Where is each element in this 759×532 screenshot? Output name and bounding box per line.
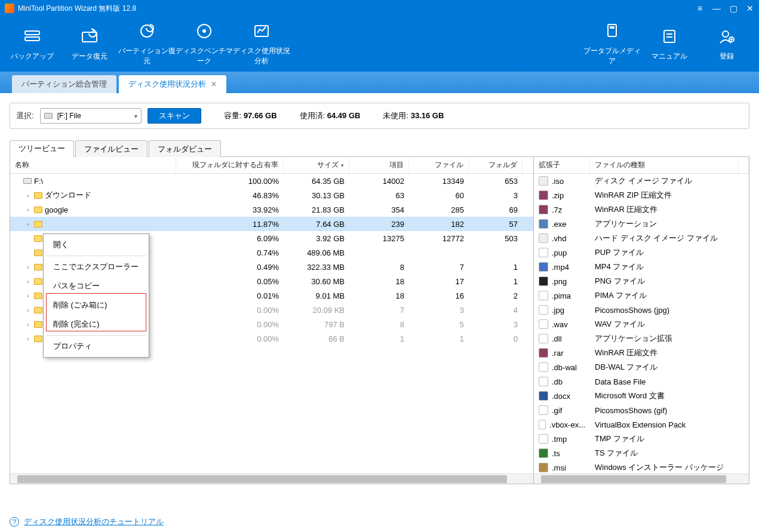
- drive-select[interactable]: [F:] File ▾: [40, 108, 142, 124]
- view-tab[interactable]: フォルダビュー: [149, 140, 221, 157]
- ext-row[interactable]: .mp4MP4 ファイル: [534, 260, 749, 274]
- ribbon-boot-button[interactable]: ブータブルメディア: [583, 19, 641, 69]
- context-menu-item[interactable]: 開く: [44, 235, 149, 254]
- context-menu-item[interactable]: 削除 (ごみ箱に): [44, 296, 149, 315]
- col-occupancy[interactable]: 現フォルダに対する占有率: [176, 157, 284, 173]
- context-menu-item[interactable]: 削除 (完全に): [44, 315, 149, 334]
- folder-icon: [34, 336, 42, 342]
- ext-row[interactable]: .zipWinRAR ZIP 圧縮文件: [534, 188, 749, 202]
- expand-chevron-icon[interactable]: ›: [24, 307, 32, 313]
- ribbon-recover-button[interactable]: データ復元: [61, 19, 118, 69]
- ext-type: WinRAR 圧縮文件: [590, 346, 749, 360]
- col-ext[interactable]: 拡張子: [534, 157, 590, 173]
- benchmark-icon: [195, 22, 213, 40]
- tab-close-icon[interactable]: ✕: [211, 80, 217, 88]
- ext-type: PicosmosShows (jpg): [590, 303, 749, 317]
- ext-row[interactable]: .pupPUP ファイル: [534, 245, 749, 260]
- tree-row[interactable]: ›11.87%7.64 GB23918257: [10, 217, 533, 231]
- main-tab[interactable]: パーティション総合管理: [12, 75, 116, 93]
- ext-row[interactable]: .msiWindows インストーラー パッケージ: [534, 460, 749, 473]
- ext-name: .db-wal: [552, 363, 577, 372]
- ext-hscroll[interactable]: [534, 473, 749, 484]
- menu-icon[interactable]: ≡: [696, 4, 704, 13]
- context-menu-item[interactable]: パスをコピー: [44, 276, 149, 296]
- ribbon-manual-button[interactable]: マニュアル: [641, 19, 698, 69]
- row-occupancy: 0.00%: [176, 303, 284, 317]
- row-size: 66 B: [284, 331, 349, 346]
- row-items: 14002: [349, 174, 409, 188]
- tutorial-link[interactable]: ディスク使用状況分析のチュートリアル: [24, 516, 164, 527]
- ext-name: .zip: [552, 191, 564, 200]
- manual-icon: [660, 27, 678, 45]
- maximize-button[interactable]: ▢: [729, 4, 738, 13]
- ext-row[interactable]: .pimaPIMA ファイル: [534, 288, 749, 303]
- row-size: 20.09 KB: [284, 303, 349, 317]
- col-items[interactable]: 項目: [349, 157, 409, 173]
- ext-row[interactable]: .7zWinRAR 圧縮文件: [534, 202, 749, 217]
- ext-row[interactable]: .vhdハード ディスク イメージ ファイル: [534, 231, 749, 245]
- expand-chevron-icon[interactable]: ›: [24, 336, 32, 342]
- ribbon-benchmark-button[interactable]: ディスクベンチマーク: [176, 19, 233, 69]
- ext-row[interactable]: .tmpTMP ファイル: [534, 432, 749, 446]
- tree-row[interactable]: ›ダウンロード46.83%30.13 GB63603: [10, 188, 533, 202]
- expand-chevron-icon[interactable]: ›: [24, 321, 32, 328]
- minimize-button[interactable]: —: [712, 4, 721, 13]
- ext-row[interactable]: .db-walDB-WAL ファイル: [534, 360, 749, 374]
- view-tab[interactable]: ツリービュー: [10, 140, 74, 157]
- ext-type: PUP ファイル: [590, 245, 749, 260]
- ext-row[interactable]: .vbox-ex...VirtualBox Extension Pack: [534, 417, 749, 432]
- ribbon-backup-button[interactable]: バックアップ: [4, 19, 61, 69]
- ext-name: .exe: [552, 220, 567, 229]
- ext-row[interactable]: .pngPNG ファイル: [534, 274, 749, 288]
- ext-name: .vbox-ex...: [549, 420, 585, 429]
- ext-row[interactable]: .wavWAV ファイル: [534, 317, 749, 331]
- expand-chevron-icon[interactable]: ›: [24, 207, 32, 213]
- ribbon-partition-recover-button[interactable]: パーティション復元: [118, 19, 176, 69]
- expand-chevron-icon[interactable]: ›: [24, 278, 32, 285]
- expand-chevron-icon[interactable]: ·: [24, 235, 32, 242]
- col-name[interactable]: 名称: [10, 157, 176, 173]
- tree-hscroll[interactable]: [10, 473, 533, 484]
- col-size[interactable]: サイズ▾: [284, 157, 349, 173]
- context-menu-item[interactable]: ここでエクスプローラー: [44, 257, 149, 276]
- view-tab[interactable]: ファイルビュー: [75, 140, 148, 157]
- ext-row[interactable]: .docxMicrosoft Word 文書: [534, 389, 749, 403]
- expand-chevron-icon[interactable]: ·: [14, 178, 21, 184]
- tree-row[interactable]: ›google33.92%21.83 GB35428569: [10, 202, 533, 217]
- expand-chevron-icon[interactable]: ›: [24, 293, 32, 299]
- ext-row[interactable]: .isoディスク イメージ ファイル: [534, 174, 749, 188]
- ext-row[interactable]: .dbData Base File: [534, 374, 749, 389]
- ext-row[interactable]: .exeアプリケーション: [534, 217, 749, 231]
- ext-name: .docx: [552, 392, 570, 401]
- main-tab[interactable]: ディスク使用状況分析✕: [119, 75, 226, 93]
- svg-rect-0: [25, 31, 39, 35]
- row-files: 7: [409, 260, 469, 274]
- expand-chevron-icon[interactable]: ›: [24, 264, 32, 270]
- expand-chevron-icon[interactable]: ›: [24, 192, 32, 199]
- ext-row[interactable]: .jpgPicosmosShows (jpg): [534, 303, 749, 317]
- ext-row[interactable]: .gifPicosmosShows (gif): [534, 403, 749, 417]
- ribbon-register-button[interactable]: 登録: [698, 19, 755, 69]
- context-menu-item[interactable]: プロパティ: [44, 337, 149, 356]
- close-button[interactable]: ✕: [746, 4, 754, 13]
- row-items: 8: [349, 260, 409, 274]
- tree-row[interactable]: ·F:\100.00%64.35 GB1400213349653: [10, 174, 533, 188]
- col-folders[interactable]: フォルダ: [469, 157, 523, 173]
- row-files: 12772: [409, 231, 469, 245]
- ext-row[interactable]: .dllアプリケーション拡張: [534, 331, 749, 346]
- expand-chevron-icon[interactable]: ·: [24, 250, 32, 256]
- ribbon-analyze-button[interactable]: ディスク使用状況分析: [233, 19, 290, 69]
- row-size: 64.35 GB: [284, 174, 349, 188]
- ext-body[interactable]: .isoディスク イメージ ファイル.zipWinRAR ZIP 圧縮文件.7z…: [534, 174, 749, 473]
- col-files[interactable]: ファイル: [409, 157, 469, 173]
- ext-name: .iso: [552, 177, 564, 186]
- ext-row[interactable]: .tsTS ファイル: [534, 446, 749, 460]
- row-items: 239: [349, 217, 409, 231]
- row-folders: 1: [469, 260, 523, 274]
- col-type[interactable]: ファイルの種類: [590, 157, 739, 173]
- ext-row[interactable]: .rarWinRAR 圧縮文件: [534, 346, 749, 360]
- row-name: F:\: [34, 177, 43, 186]
- scan-button[interactable]: スキャン: [148, 108, 201, 124]
- expand-chevron-icon[interactable]: ›: [24, 221, 32, 227]
- filetype-icon: [539, 334, 548, 343]
